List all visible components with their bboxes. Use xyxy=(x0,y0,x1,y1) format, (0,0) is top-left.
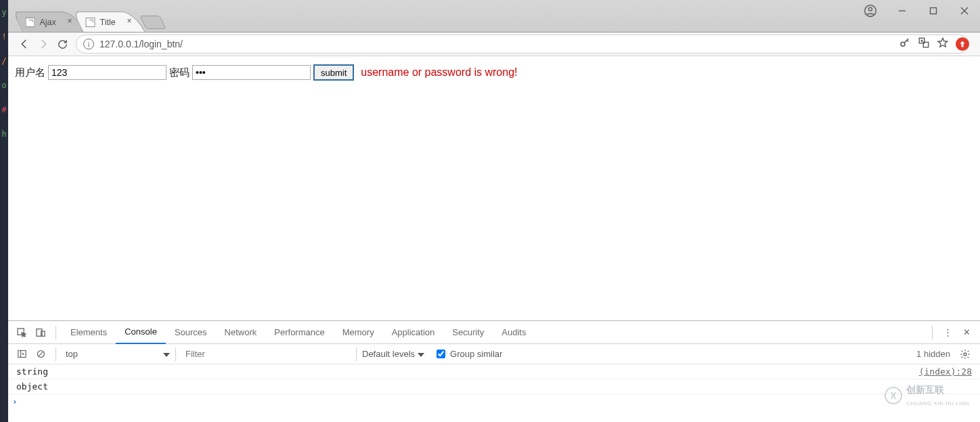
kebab-menu-icon[interactable]: ⋮ xyxy=(938,323,957,342)
separator xyxy=(932,326,933,339)
log-message: string xyxy=(16,366,48,377)
separator xyxy=(55,347,56,361)
window-controls xyxy=(854,0,980,22)
svg-rect-3 xyxy=(931,8,937,14)
gear-icon[interactable] xyxy=(956,345,975,364)
devtools-tab-audits[interactable]: Audits xyxy=(493,321,535,344)
bookmark-star-icon[interactable] xyxy=(937,37,949,51)
browser-tabs: Ajax × Title × xyxy=(8,0,163,32)
log-source-link[interactable]: (index):28 xyxy=(919,366,972,377)
tab-label: Title xyxy=(100,18,116,27)
prompt-caret-icon: › xyxy=(12,396,18,406)
inspect-icon[interactable] xyxy=(12,323,31,342)
page-content: 用户名 密码 submit username or password is wr… xyxy=(8,56,980,320)
context-label: top xyxy=(62,349,163,359)
devtools-tab-security[interactable]: Security xyxy=(443,321,493,344)
error-message: username or password is wrong! xyxy=(361,66,517,79)
console-output: string (index):28 object › xyxy=(8,364,980,422)
chevron-down-icon xyxy=(163,349,170,359)
minimize-button[interactable] xyxy=(887,0,918,22)
log-message: object xyxy=(16,381,48,392)
console-sidebar-toggle-icon[interactable] xyxy=(12,345,31,364)
file-icon xyxy=(86,18,95,27)
console-prompt[interactable]: › xyxy=(8,394,980,408)
console-toolbar: top Default levels Group similar 1 hidde… xyxy=(8,344,980,364)
svg-line-15 xyxy=(39,352,43,356)
separator xyxy=(356,347,357,361)
devtools-tab-network[interactable]: Network xyxy=(216,321,266,344)
group-similar-toggle[interactable]: Group similar xyxy=(434,347,502,360)
key-icon[interactable] xyxy=(899,37,911,51)
username-label: 用户名 xyxy=(15,66,45,79)
back-button[interactable] xyxy=(15,35,34,54)
close-button[interactable] xyxy=(949,0,980,22)
group-similar-checkbox[interactable] xyxy=(437,350,445,358)
context-selector[interactable]: top xyxy=(62,349,170,359)
svg-point-6 xyxy=(901,42,905,46)
devtools-close-icon[interactable]: ✕ xyxy=(957,323,976,342)
password-label: 密码 xyxy=(169,66,190,79)
separator xyxy=(175,347,176,361)
group-similar-label: Group similar xyxy=(450,349,502,359)
close-icon[interactable]: × xyxy=(65,17,74,26)
devtools-tab-memory[interactable]: Memory xyxy=(334,321,383,344)
tab-title[interactable]: Title × xyxy=(73,12,146,32)
log-levels-selector[interactable]: Default levels xyxy=(362,349,424,359)
devtools-tabbar: Elements Console Sources Network Perform… xyxy=(8,321,980,344)
console-log-row[interactable]: object xyxy=(8,379,980,394)
url-text: 127.0.0.1/login_btn/ xyxy=(99,39,183,49)
devtools-tab-console[interactable]: Console xyxy=(116,321,166,344)
submit-button[interactable]: submit xyxy=(313,64,354,81)
device-toggle-icon[interactable] xyxy=(31,323,50,342)
translate-icon[interactable] xyxy=(918,37,930,51)
levels-label: Default levels xyxy=(362,349,415,359)
console-log-row[interactable]: string (index):28 xyxy=(8,364,980,379)
new-tab-button[interactable] xyxy=(140,16,167,29)
username-input[interactable] xyxy=(48,65,166,80)
tab-label: Ajax xyxy=(39,18,55,27)
maximize-button[interactable] xyxy=(918,0,949,22)
account-icon[interactable] xyxy=(854,0,887,22)
address-bar: i 127.0.0.1/login_btn/ xyxy=(8,33,980,56)
svg-rect-12 xyxy=(18,351,25,358)
tab-ajax[interactable]: Ajax × xyxy=(13,12,86,32)
clear-console-icon[interactable] xyxy=(31,345,50,364)
svg-point-1 xyxy=(869,7,872,11)
devtools-tab-performance[interactable]: Performance xyxy=(265,321,333,344)
reload-button[interactable] xyxy=(53,35,72,54)
file-icon xyxy=(25,18,35,27)
chevron-down-icon xyxy=(418,349,424,359)
omnibox-actions xyxy=(899,37,969,51)
svg-point-16 xyxy=(964,353,966,356)
url-input[interactable]: i 127.0.0.1/login_btn/ xyxy=(76,35,969,54)
devtools-tab-application[interactable]: Application xyxy=(383,321,444,344)
close-icon[interactable]: × xyxy=(125,17,134,26)
devtools-tab-sources[interactable]: Sources xyxy=(166,321,216,344)
devtools-panel: Elements Console Sources Network Perform… xyxy=(8,320,980,422)
separator xyxy=(55,326,56,339)
hidden-count[interactable]: 1 hidden xyxy=(916,349,950,359)
extension-icon[interactable] xyxy=(956,37,969,51)
password-input[interactable] xyxy=(192,65,311,80)
forward-button[interactable] xyxy=(34,35,53,54)
browser-titlebar: Ajax × Title × xyxy=(8,0,980,33)
site-info-icon[interactable]: i xyxy=(83,39,94,49)
console-filter-input[interactable] xyxy=(181,347,351,361)
login-form: 用户名 密码 submit username or password is wr… xyxy=(15,64,973,81)
editor-gutter-strip: y! /o#h xyxy=(0,0,8,422)
devtools-tab-elements[interactable]: Elements xyxy=(62,321,116,344)
